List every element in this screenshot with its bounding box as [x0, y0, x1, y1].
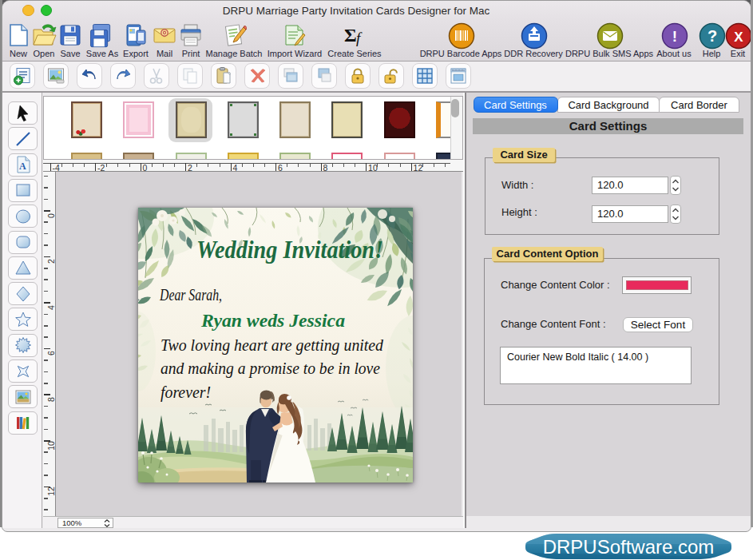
- svg-text:DRPUSoftware.com: DRPUSoftware.com: [543, 536, 715, 558]
- svg-text:!: !: [672, 28, 677, 45]
- svg-text:Wedding Invitation!: Wedding Invitation!: [196, 235, 383, 264]
- svg-text:and making a promise to be in: and making a promise to be in love: [161, 359, 380, 378]
- svg-text:Dear Sarah,: Dear Sarah,: [159, 284, 222, 304]
- svg-text:forever!: forever!: [161, 383, 211, 402]
- svg-text:f: f: [356, 30, 363, 46]
- svg-text:Two loving heart are getting u: Two loving heart are getting united: [161, 336, 384, 355]
- svg-text:X: X: [734, 30, 743, 45]
- svg-text:Ryan weds Jessica: Ryan weds Jessica: [200, 311, 345, 331]
- svg-text:A: A: [19, 161, 26, 172]
- svg-text:?: ?: [707, 27, 717, 45]
- svg-text:Σ: Σ: [344, 25, 357, 46]
